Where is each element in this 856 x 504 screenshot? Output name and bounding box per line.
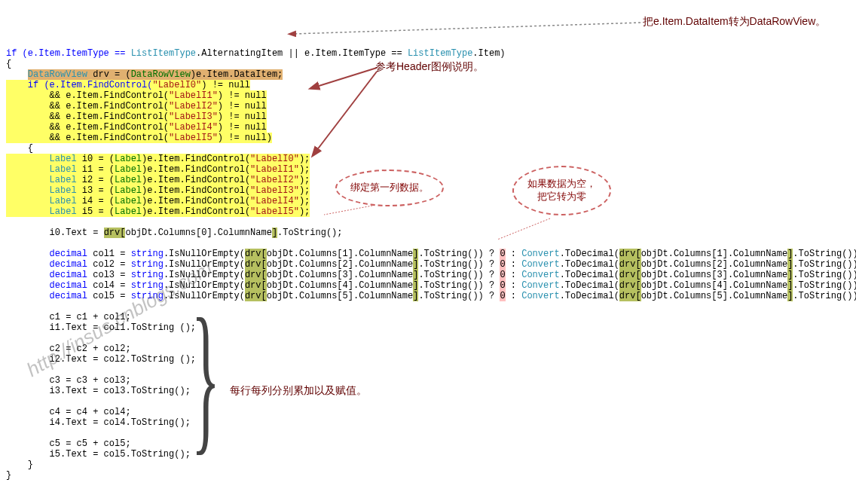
svg-line-0 bbox=[294, 23, 640, 34]
code-block: if (e.Item.ItemType == ListItemType.Alte… bbox=[6, 48, 850, 481]
annotation-1: 把e.Item.DataItem转为DataRowView。 bbox=[643, 15, 826, 29]
annotation-2: 参考Header图例说明。 bbox=[375, 60, 484, 74]
brace-icon: } bbox=[191, 310, 220, 443]
annotation-5: 每行每列分别累加以及赋值。 bbox=[230, 384, 367, 398]
callout-bind-first-col: 绑定第一列数据。 bbox=[335, 170, 444, 206]
callout-null-to-zero: 如果数据为空， 把它转为零 bbox=[512, 166, 611, 215]
